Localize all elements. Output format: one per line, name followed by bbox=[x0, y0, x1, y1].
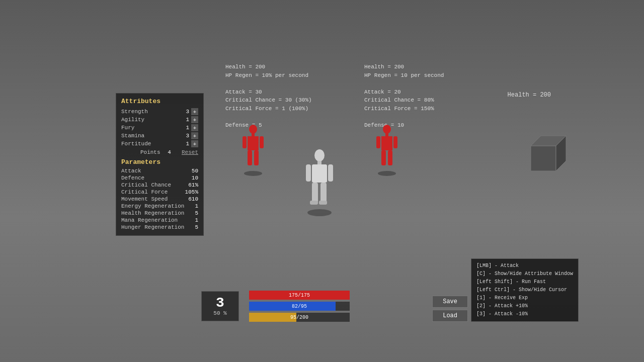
param-row-health-regeneration: Health Regeneration 5 bbox=[121, 210, 198, 216]
enemy-left-figure bbox=[239, 123, 267, 180]
svg-rect-22 bbox=[320, 183, 327, 203]
svg-rect-19 bbox=[306, 164, 311, 182]
param-row-energy-regeneration: Energy Regeneration 1 bbox=[121, 203, 198, 209]
enemy-left-hp-regen: HP Regen = 10% per second bbox=[225, 71, 312, 80]
attr-value-1: 1 bbox=[183, 117, 189, 123]
svg-point-8 bbox=[383, 125, 391, 134]
hp-bar-wrapper: 175/175 bbox=[249, 291, 350, 300]
param-value-0: 50 bbox=[192, 168, 198, 174]
help-line-3: [Left Ctrl] - Show/Hide Cursor bbox=[476, 286, 573, 294]
enemy-left-crit-force: Critical Force = 1 (100%) bbox=[225, 105, 312, 113]
svg-rect-3 bbox=[243, 136, 247, 148]
param-value-2: 61% bbox=[188, 182, 198, 188]
enemy-right-info: Health = 200 HP Regen = 10 per second At… bbox=[364, 63, 444, 129]
cube-object bbox=[523, 131, 574, 178]
enemy-left-attack: Attack = 30 bbox=[225, 88, 312, 97]
enemy-right-spacer2 bbox=[364, 113, 444, 121]
svg-rect-9 bbox=[385, 133, 388, 136]
mana-bar-wrapper: 82/95 bbox=[249, 302, 350, 311]
attr-value-2: 1 bbox=[183, 125, 189, 131]
param-row-critical-force: Critical Force 105% bbox=[121, 189, 198, 195]
param-row-attack: Attack 50 bbox=[121, 168, 198, 174]
svg-rect-23 bbox=[310, 201, 318, 205]
param-name-0: Attack bbox=[121, 168, 141, 174]
help-line-1: [C] - Show/Hide Attribute Window bbox=[476, 270, 573, 278]
attr-row-strength: Strength 3 + bbox=[121, 108, 198, 115]
points-value: 4 bbox=[168, 149, 171, 155]
param-row-mana-regeneration: Mana Regeneration 1 bbox=[121, 217, 198, 223]
attr-plus-4[interactable]: + bbox=[191, 140, 198, 147]
param-value-4: 610 bbox=[188, 196, 198, 202]
svg-point-7 bbox=[244, 171, 262, 176]
param-value-3: 105% bbox=[185, 189, 198, 195]
param-name-1: Defence bbox=[121, 175, 144, 181]
svg-rect-10 bbox=[381, 136, 392, 150]
svg-point-16 bbox=[314, 149, 325, 161]
enemy-left-info: Health = 200 HP Regen = 10% per second A… bbox=[225, 63, 312, 129]
enemy-left-spacer bbox=[225, 79, 312, 88]
attr-plus-1[interactable]: + bbox=[191, 116, 198, 123]
enemy-left-spacer2 bbox=[225, 113, 312, 121]
player-svg bbox=[302, 148, 337, 219]
attributes-panel: Attributes Strength 3 + Agility 1 + Fury… bbox=[116, 93, 204, 236]
attr-plus-2[interactable]: + bbox=[191, 124, 198, 131]
attributes-title: Attributes bbox=[121, 98, 198, 105]
svg-rect-13 bbox=[381, 150, 386, 165]
hunger-bar-wrapper: 95/200 bbox=[249, 313, 350, 322]
player-figure bbox=[302, 148, 337, 221]
attr-name-0: Strength bbox=[121, 109, 183, 115]
load-button[interactable]: Load bbox=[432, 310, 468, 322]
reset-button[interactable]: Reset bbox=[182, 149, 198, 155]
svg-marker-26 bbox=[531, 146, 556, 171]
attr-name-1: Agility bbox=[121, 117, 183, 123]
param-row-movement-speed: Movement Speed 610 bbox=[121, 196, 198, 202]
help-line-2: [Left Shift] - Run Fast bbox=[476, 278, 573, 286]
svg-rect-18 bbox=[312, 164, 327, 183]
attr-name-4: Fortitude bbox=[121, 141, 183, 147]
param-value-5: 1 bbox=[195, 203, 198, 209]
enemy-right-svg bbox=[373, 123, 401, 178]
svg-rect-11 bbox=[376, 136, 380, 148]
bars-container: 175/175 82/95 95/200 bbox=[249, 291, 350, 322]
mana-bar-text: 82/95 bbox=[292, 304, 307, 309]
attr-row-agility: Agility 1 + bbox=[121, 116, 198, 123]
svg-rect-5 bbox=[248, 150, 252, 165]
level-percent: 50 % bbox=[213, 310, 226, 316]
attr-value-0: 3 bbox=[183, 109, 189, 115]
level-number: 3 bbox=[216, 296, 224, 310]
svg-point-0 bbox=[249, 125, 257, 134]
svg-point-25 bbox=[307, 209, 332, 216]
attr-value-4: 1 bbox=[183, 141, 189, 147]
enemy-right-crit-force: Critical Force = 150% bbox=[364, 105, 444, 113]
help-line-5: [2] - Attack +10% bbox=[476, 302, 573, 310]
enemy-left-crit-chance: Critical Chance = 30 (30%) bbox=[225, 96, 312, 105]
param-name-6: Health Regeneration bbox=[121, 210, 184, 216]
svg-rect-21 bbox=[312, 183, 318, 203]
help-line-0: [LMB] - Attack bbox=[476, 262, 573, 270]
attr-plus-3[interactable]: + bbox=[191, 132, 198, 139]
svg-rect-1 bbox=[252, 133, 255, 136]
action-buttons: Save Load bbox=[432, 296, 468, 322]
hunger-bar-fill bbox=[249, 313, 296, 322]
enemy-right-crit-chance: Critical Chance = 80% bbox=[364, 96, 444, 105]
attr-plus-0[interactable]: + bbox=[191, 108, 198, 115]
points-label: Points bbox=[140, 149, 160, 155]
attr-row-fortitude: Fortitude 1 + bbox=[121, 140, 198, 147]
param-value-6: 5 bbox=[195, 210, 198, 216]
param-value-1: 10 bbox=[192, 175, 198, 181]
param-value-8: 5 bbox=[195, 224, 198, 230]
param-name-8: Hunger Regeneration bbox=[121, 224, 184, 230]
enemy-right-hp-regen: HP Regen = 10 per second bbox=[364, 71, 444, 80]
enemy-right-health: Health = 200 bbox=[364, 63, 444, 71]
svg-rect-4 bbox=[260, 136, 264, 148]
cube-svg bbox=[523, 131, 574, 176]
save-button[interactable]: Save bbox=[432, 296, 468, 308]
param-name-7: Mana Regeneration bbox=[121, 217, 178, 223]
help-panel: [LMB] - Attack[C] - Show/Hide Attribute … bbox=[471, 258, 579, 322]
svg-point-15 bbox=[378, 171, 396, 176]
enemy-left-health: Health = 200 bbox=[225, 63, 312, 71]
attr-row-fury: Fury 1 + bbox=[121, 124, 198, 131]
param-name-4: Movement Speed bbox=[121, 196, 168, 202]
enemy-right-figure bbox=[373, 123, 401, 180]
param-value-7: 1 bbox=[195, 217, 198, 223]
